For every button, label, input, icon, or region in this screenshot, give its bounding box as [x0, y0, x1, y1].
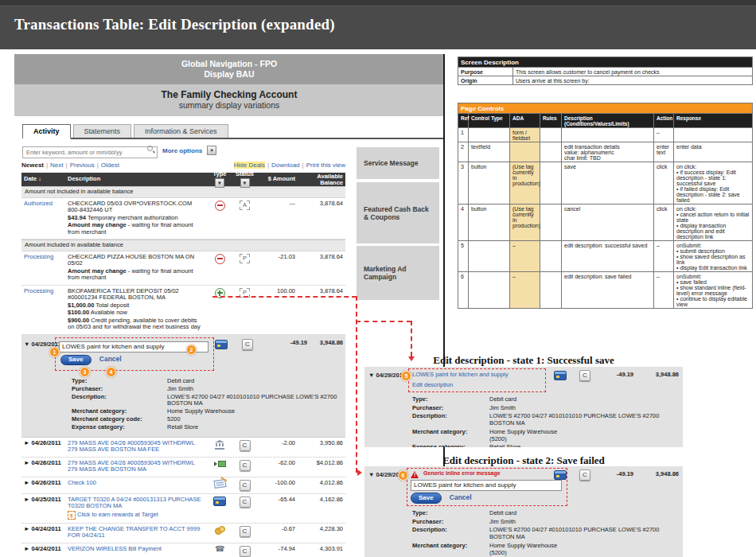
- detail-row: Description:LOWE'S #2700 04/27 #01010101…: [72, 394, 342, 407]
- detail-value: Retail Store: [489, 443, 683, 447]
- transaction-balance: 4,303.91: [295, 546, 345, 557]
- annotation-4: 4: [106, 367, 116, 377]
- spec-table-title: Screen Description: [458, 57, 753, 68]
- ada-cell: –: [510, 272, 540, 309]
- spec-header-row: Screen Description: [458, 57, 753, 68]
- description-line: $900.00 Credit pending, available to cov…: [68, 317, 205, 331]
- tab-information-services[interactable]: Information & Services: [134, 124, 228, 138]
- toolbar-link-print-this-view[interactable]: Print this view: [306, 162, 345, 169]
- spec-row: PurposeThis screen allows customer to ca…: [458, 68, 753, 76]
- transaction-date[interactable]: ► 04/26/2011: [21, 440, 68, 454]
- minus-circle-icon: [215, 201, 225, 211]
- description-link[interactable]: Click to earn rewards at Target: [76, 511, 158, 518]
- more-options-dropdown-icon[interactable]: [207, 146, 216, 155]
- description-cell: [562, 128, 654, 142]
- status-cell: C: [232, 497, 258, 520]
- toolbar-link-oldest[interactable]: Oldest: [101, 162, 119, 169]
- detail-row: Purchaser:Jim Smith: [72, 386, 342, 393]
- connector-line: [356, 321, 411, 322]
- control-type-cell: [469, 272, 510, 309]
- transaction-date[interactable]: ► 04/24/2011: [21, 526, 68, 540]
- transaction-amount: -49.19: [290, 340, 307, 347]
- ref-cell: 4: [458, 204, 469, 241]
- screen-description-table: Screen DescriptionPurposeThis screen all…: [458, 56, 753, 85]
- column-header: Action: [654, 114, 674, 128]
- account-tabs: ActivityStatementsInformation & Services: [22, 122, 444, 139]
- save-button[interactable]: Save: [60, 355, 92, 366]
- tab-statements[interactable]: Statements: [73, 124, 132, 138]
- type-cell: [208, 526, 232, 540]
- description-link[interactable]: 279 MASS AVE 04/26 #000593045 WITHDRWL 2…: [68, 459, 195, 473]
- account-subtitle: summary display variations: [14, 100, 444, 110]
- description-link[interactable]: 279 MASS AVE 04/26 #000593045 WITHDRWL 2…: [68, 439, 195, 454]
- spec-row-label: Origin: [458, 76, 513, 85]
- control-type-cell: [469, 241, 510, 272]
- state1-date[interactable]: ▼ 04/29/2011: [368, 372, 406, 379]
- description-line: Check 100: [68, 480, 205, 487]
- tab-activity[interactable]: Activity: [22, 124, 71, 139]
- detail-label: Type:: [412, 509, 489, 516]
- ada-cell: (Use tag currently in production): [510, 162, 540, 204]
- separator: |: [66, 162, 68, 169]
- description-link[interactable]: Check 100: [68, 479, 96, 486]
- table-rows-group: ► 04/26/2011279 MASS AVE 04/26 #00059304…: [21, 438, 345, 557]
- transaction-date[interactable]: Processing: [21, 288, 68, 332]
- column-header-date[interactable]: Date ↓: [21, 176, 68, 183]
- edit-description-input[interactable]: [411, 480, 562, 491]
- description-link[interactable]: TARGET T0320 A 04/24 #000131313 PURCHASE…: [68, 496, 201, 510]
- type-filter-dropdown-icon[interactable]: [215, 178, 224, 188]
- transaction-date[interactable]: ► 04/25/2011: [21, 497, 68, 520]
- description-text: CHECKCARD PIZZA HOUSE BOSTON MA ON 05/02: [68, 253, 194, 267]
- transaction-date[interactable]: Processing: [21, 254, 68, 282]
- toolbar-link-newest[interactable]: Newest: [21, 162, 44, 169]
- phone-icon: [215, 546, 224, 554]
- toolbar-link-download[interactable]: Download: [271, 162, 300, 169]
- detail-value: Jim Smith: [489, 404, 683, 411]
- transaction-date[interactable]: ► 04/24/2011: [21, 546, 68, 557]
- cancel-link[interactable]: Cancel: [450, 493, 472, 501]
- column-header-type: Type: [208, 171, 232, 188]
- detail-value: Debit card: [489, 509, 683, 516]
- transaction-date[interactable]: Authorized: [21, 201, 68, 237]
- detail-row: Purchaser:Jim Smith: [412, 518, 683, 525]
- description-link[interactable]: VERIZON WIRELESS Bill Payment: [68, 545, 162, 552]
- detail-row: Expense category:Retail Store: [72, 424, 342, 431]
- coins-icon: [215, 526, 225, 534]
- detail-value: Debit card: [489, 395, 683, 403]
- transaction-amount: 100.00: [258, 288, 295, 332]
- search-input[interactable]: [22, 146, 158, 158]
- search-icon[interactable]: [147, 146, 155, 154]
- toolbar-link-hide-deals[interactable]: Hide Deals: [234, 162, 265, 169]
- save-button[interactable]: Save: [411, 493, 442, 504]
- detail-row: Type:Debit card: [72, 378, 342, 385]
- description-text: $43.94: [68, 214, 86, 221]
- transaction-row: ProcessingBKOFAMERICA TELLER DEPOSIT 05/…: [21, 286, 345, 335]
- detail-value: Debit card: [167, 378, 342, 385]
- description-line: KEEP THE CHANGE TRANSFER TO ACCT 9999 FO…: [68, 526, 205, 539]
- cancel-link[interactable]: Cancel: [99, 355, 122, 363]
- column-header: Rules: [540, 114, 562, 128]
- column-header-status: Status: [232, 171, 258, 188]
- separator: |: [302, 162, 304, 169]
- control-row: 4button(Use tag currently in production)…: [458, 204, 753, 241]
- global-navigation-banner: Global Navigation - FPO Display BAU: [14, 54, 444, 84]
- description-line: Amount may change - waiting for final am…: [68, 222, 205, 236]
- ada-cell: (Use tag currently in production): [510, 204, 540, 241]
- description-link[interactable]: KEEP THE CHANGE TRANSFER TO ACCT 9999 FO…: [68, 525, 200, 539]
- detail-value: Home Supply Warehouse (5200): [489, 428, 683, 442]
- more-options-link[interactable]: More options: [162, 147, 202, 154]
- saved-description-link[interactable]: LOWES paint for kitchen and supply: [412, 371, 542, 378]
- transaction-date[interactable]: ► 04/26/2011: [21, 460, 68, 474]
- detail-label: Description:: [412, 412, 489, 427]
- toolbar-link-next[interactable]: Next: [50, 162, 63, 169]
- status-filter-dropdown-icon[interactable]: [240, 178, 250, 188]
- rules-cell: [540, 162, 562, 204]
- transaction-balance: 3,878.64: [295, 288, 345, 332]
- edit-description-link[interactable]: Edit description: [412, 381, 542, 388]
- toolbar-link-previous[interactable]: Previous: [70, 162, 95, 169]
- transaction-date[interactable]: ► 04/26/2011: [21, 480, 68, 491]
- ada-cell: form / fieldset: [510, 128, 540, 142]
- status-label: Status: [236, 170, 254, 177]
- transaction-amount: -65.44: [258, 497, 295, 520]
- response-cell: on click: • if success display: Edit des…: [674, 162, 753, 204]
